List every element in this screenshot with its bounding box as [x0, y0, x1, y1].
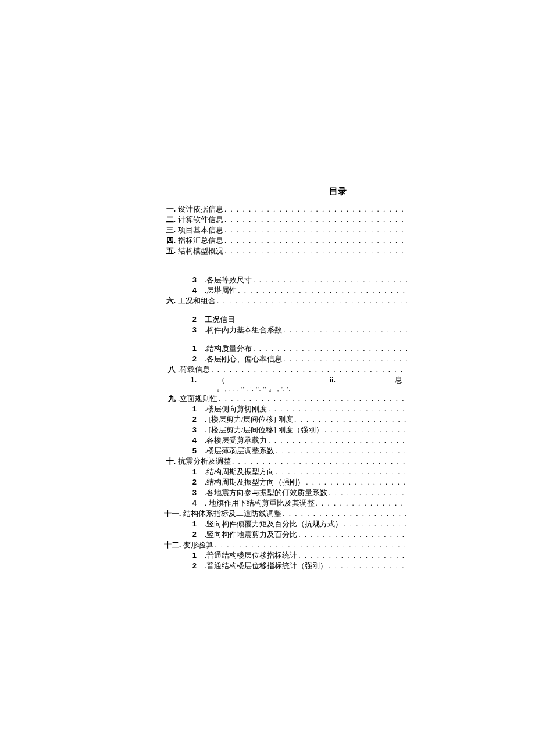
section-number: 八: [164, 364, 176, 375]
leader-dots: [224, 246, 407, 256]
section-number: 四.: [164, 235, 176, 246]
sub-number: 5: [174, 446, 197, 456]
sub-label: .楼层薄弱层调整系数: [205, 446, 274, 456]
leader-dots: [329, 488, 407, 498]
leader-dots: [224, 204, 407, 214]
toc-entry: 六. 工况和组合: [164, 296, 407, 306]
sub-number: 1: [174, 519, 197, 529]
section-label: 抗震分析及调整: [178, 456, 231, 467]
sub-label: .构件内力基本组合系数: [205, 325, 282, 335]
toc-entry: 十. 抗震分析及调整: [164, 456, 407, 467]
leader-dots: [224, 225, 407, 235]
leader-dots: [283, 508, 407, 519]
section-label: 指标汇总信息: [178, 235, 223, 246]
sub-number: 3: [174, 488, 197, 498]
leader-dots: [298, 529, 407, 540]
sub-number: 4: [174, 498, 197, 508]
sub-number: 1: [174, 343, 197, 354]
toc-subentry: 2 . [楼层剪力/层间位移] 刚度: [164, 414, 407, 425]
sub-label: .各楼层受剪承载力: [205, 435, 267, 446]
leader-dots: [217, 296, 407, 306]
spacer: [164, 335, 407, 343]
sub-label: . [楼层剪力/层间位移] 刚度: [205, 414, 293, 425]
section-label: .荷载信息: [178, 364, 210, 375]
section-label: 结构模型概况: [178, 246, 223, 256]
toc-subentry: 1 .普通结构楼层位移指标统计: [164, 550, 407, 561]
sub-label: . [楼层剪力/层间位移] 刚度（强刚）: [205, 425, 323, 435]
leader-dots: [224, 214, 407, 225]
toc-subentry: 2 .竖向构件地震剪力及百分比: [164, 529, 407, 540]
fragment-text: (: [222, 375, 224, 385]
sub-number: 3: [174, 325, 197, 335]
sub-number: 4: [174, 435, 197, 446]
sub-number: 1: [174, 404, 197, 414]
section-number: 六.: [164, 296, 176, 306]
leader-dots: [268, 404, 407, 414]
sub-number: 2: [174, 314, 197, 325]
section-number: 二.: [164, 214, 176, 225]
fragment-text: 』，. . . '''. '. ''. '' 』，'. '.: [216, 385, 407, 393]
leader-dots: [253, 343, 407, 354]
toc-subentry: 2 .各层刚心、偏心率信息: [164, 354, 407, 364]
toc-subentry: 4 .各楼层受剪承载力: [164, 435, 407, 446]
leader-dots: [283, 354, 407, 364]
sub-number: 2: [174, 561, 197, 571]
toc-title: 目录: [269, 186, 407, 197]
sub-label: 工况信日: [205, 314, 235, 325]
sub-number: 1: [174, 550, 197, 561]
leader-dots: [232, 456, 407, 467]
section-label: 计算软件信息: [178, 214, 223, 225]
leader-dots: [294, 414, 407, 425]
sub-label: .结构质量分布: [205, 343, 252, 354]
leader-dots: [329, 561, 407, 571]
toc-entry: 三. 项目基本信息: [164, 225, 407, 235]
toc-subentry: 1 .竖向构件倾覆力矩及百分比（抗规方式）: [164, 519, 407, 529]
leader-dots: [276, 446, 407, 456]
toc-subentry: 1 .结构质量分布: [164, 343, 407, 354]
fragment-text: ii.: [329, 375, 335, 385]
sub-number: 2: [174, 529, 197, 540]
section-number: 五.: [164, 246, 176, 256]
toc-entry: 五. 结构模型概况: [164, 246, 407, 256]
section-number: 十二.: [164, 540, 181, 550]
toc-entry: 十二. 变形验算: [164, 540, 407, 550]
sub-label: .各地震方向参与振型的仃效质量系数: [205, 488, 327, 498]
section-label: 结构体系指标及二道防线调整: [183, 508, 281, 519]
leader-dots: [253, 275, 407, 285]
toc-subentry: 4 .层塔属性: [164, 285, 407, 296]
leader-dots: [298, 550, 407, 561]
toc-entry: 九 .立面规则性: [164, 393, 407, 404]
toc-entry: 十一. 结构体系指标及二道防线调整: [164, 508, 407, 519]
sub-label: .普通结构楼层位移指标统计（强刚）: [205, 561, 327, 571]
toc-entry: 四. 指标汇总信息: [164, 235, 407, 246]
spacer: [164, 306, 407, 314]
sub-label: . 地旗作用下结构剪重比及其调整: [205, 498, 315, 508]
sub-number: 4: [174, 285, 197, 296]
sub-label: .结构周期及振型方向（强刚）: [205, 477, 305, 488]
toc-subentry: 2 工况信日: [164, 314, 407, 325]
sub-label: .层塔属性: [205, 285, 237, 296]
toc-subentry: 5 .楼层薄弱层调整系数: [164, 446, 407, 456]
leader-dots: [219, 393, 407, 404]
section-number: 三.: [164, 225, 176, 235]
leader-dots: [306, 477, 407, 488]
leader-dots: [276, 467, 407, 477]
toc-entry: 二. 计算软件信息: [164, 214, 407, 225]
toc-entry: 八 .荷载信息: [164, 364, 407, 375]
sub-label: .普通结构楼层位移指标统计: [205, 550, 297, 561]
sub-label: .竖向构件倾覆力矩及百分比（抗规方式）: [205, 519, 343, 529]
leader-dots: [268, 435, 407, 446]
toc-subentry: 1 .结构周期及振型方向: [164, 467, 407, 477]
toc-subentry: 3 .各层等效尺寸: [164, 275, 407, 285]
toc-subentry: 2 .结构周期及振型方向（强刚）: [164, 477, 407, 488]
document-page: 目录 一. 设计依据信息 二. 计算软件信息 三. 项目基本信息 四. 指标汇总…: [0, 0, 535, 756]
sub-label: .各层刚心、偏心率信息: [205, 354, 282, 364]
leader-dots: [215, 540, 407, 550]
toc-subentry: 3 .各地震方向参与振型的仃效质量系数: [164, 488, 407, 498]
section-label: 工况和组合: [178, 296, 216, 306]
leader-dots: [238, 285, 407, 296]
leader-dots: [224, 235, 407, 246]
sub-number: 2: [174, 354, 197, 364]
spacer: [164, 256, 407, 275]
sub-label: .各层等效尺寸: [205, 275, 252, 285]
